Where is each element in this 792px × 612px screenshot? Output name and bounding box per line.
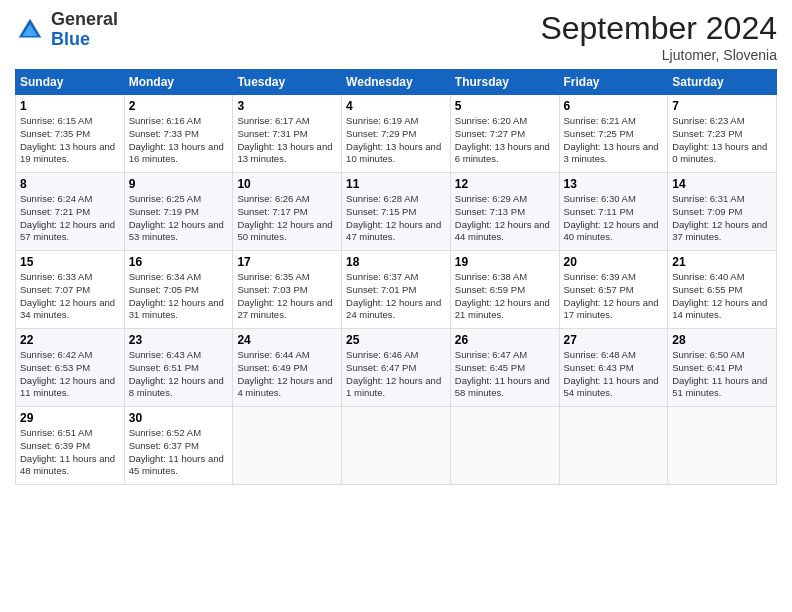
calendar-week-1: 1 Sunrise: 6:15 AM Sunset: 7:35 PM Dayli…: [16, 95, 777, 173]
header-friday: Friday: [559, 70, 668, 95]
day-number: 17: [237, 255, 337, 269]
table-row: 7 Sunrise: 6:23 AM Sunset: 7:23 PM Dayli…: [668, 95, 777, 173]
day-info: Sunrise: 6:17 AM Sunset: 7:31 PM Dayligh…: [237, 115, 337, 166]
header-tuesday: Tuesday: [233, 70, 342, 95]
day-number: 18: [346, 255, 446, 269]
day-info: Sunrise: 6:52 AM Sunset: 6:37 PM Dayligh…: [129, 427, 229, 478]
day-info: Sunrise: 6:24 AM Sunset: 7:21 PM Dayligh…: [20, 193, 120, 244]
table-row: 10 Sunrise: 6:26 AM Sunset: 7:17 PM Dayl…: [233, 173, 342, 251]
calendar-week-5: 29 Sunrise: 6:51 AM Sunset: 6:39 PM Dayl…: [16, 407, 777, 485]
day-info: Sunrise: 6:19 AM Sunset: 7:29 PM Dayligh…: [346, 115, 446, 166]
day-number: 21: [672, 255, 772, 269]
table-row: 29 Sunrise: 6:51 AM Sunset: 6:39 PM Dayl…: [16, 407, 125, 485]
day-info: Sunrise: 6:42 AM Sunset: 6:53 PM Dayligh…: [20, 349, 120, 400]
header-sunday: Sunday: [16, 70, 125, 95]
calendar-header-row: Sunday Monday Tuesday Wednesday Thursday…: [16, 70, 777, 95]
day-number: 26: [455, 333, 555, 347]
day-info: Sunrise: 6:47 AM Sunset: 6:45 PM Dayligh…: [455, 349, 555, 400]
header: General Blue September 2024 Ljutomer, Sl…: [15, 10, 777, 63]
day-number: 7: [672, 99, 772, 113]
table-row: 26 Sunrise: 6:47 AM Sunset: 6:45 PM Dayl…: [450, 329, 559, 407]
table-row: 6 Sunrise: 6:21 AM Sunset: 7:25 PM Dayli…: [559, 95, 668, 173]
day-number: 11: [346, 177, 446, 191]
table-row: 24 Sunrise: 6:44 AM Sunset: 6:49 PM Dayl…: [233, 329, 342, 407]
day-info: Sunrise: 6:31 AM Sunset: 7:09 PM Dayligh…: [672, 193, 772, 244]
logo: General Blue: [15, 10, 118, 50]
table-row: [559, 407, 668, 485]
day-number: 16: [129, 255, 229, 269]
day-number: 6: [564, 99, 664, 113]
day-info: Sunrise: 6:34 AM Sunset: 7:05 PM Dayligh…: [129, 271, 229, 322]
day-info: Sunrise: 6:46 AM Sunset: 6:47 PM Dayligh…: [346, 349, 446, 400]
table-row: 30 Sunrise: 6:52 AM Sunset: 6:37 PM Dayl…: [124, 407, 233, 485]
table-row: [668, 407, 777, 485]
day-info: Sunrise: 6:16 AM Sunset: 7:33 PM Dayligh…: [129, 115, 229, 166]
day-number: 19: [455, 255, 555, 269]
table-row: 4 Sunrise: 6:19 AM Sunset: 7:29 PM Dayli…: [342, 95, 451, 173]
table-row: 5 Sunrise: 6:20 AM Sunset: 7:27 PM Dayli…: [450, 95, 559, 173]
header-monday: Monday: [124, 70, 233, 95]
table-row: 19 Sunrise: 6:38 AM Sunset: 6:59 PM Dayl…: [450, 251, 559, 329]
day-number: 24: [237, 333, 337, 347]
header-saturday: Saturday: [668, 70, 777, 95]
logo-blue-text: Blue: [51, 29, 90, 49]
day-number: 30: [129, 411, 229, 425]
table-row: 1 Sunrise: 6:15 AM Sunset: 7:35 PM Dayli…: [16, 95, 125, 173]
logo-general-text: General: [51, 9, 118, 29]
day-info: Sunrise: 6:20 AM Sunset: 7:27 PM Dayligh…: [455, 115, 555, 166]
day-number: 15: [20, 255, 120, 269]
calendar-week-2: 8 Sunrise: 6:24 AM Sunset: 7:21 PM Dayli…: [16, 173, 777, 251]
day-number: 27: [564, 333, 664, 347]
calendar-week-3: 15 Sunrise: 6:33 AM Sunset: 7:07 PM Dayl…: [16, 251, 777, 329]
table-row: 25 Sunrise: 6:46 AM Sunset: 6:47 PM Dayl…: [342, 329, 451, 407]
table-row: 15 Sunrise: 6:33 AM Sunset: 7:07 PM Dayl…: [16, 251, 125, 329]
table-row: 20 Sunrise: 6:39 AM Sunset: 6:57 PM Dayl…: [559, 251, 668, 329]
table-row: 22 Sunrise: 6:42 AM Sunset: 6:53 PM Dayl…: [16, 329, 125, 407]
day-number: 25: [346, 333, 446, 347]
day-info: Sunrise: 6:35 AM Sunset: 7:03 PM Dayligh…: [237, 271, 337, 322]
day-number: 14: [672, 177, 772, 191]
day-number: 8: [20, 177, 120, 191]
day-info: Sunrise: 6:43 AM Sunset: 6:51 PM Dayligh…: [129, 349, 229, 400]
day-info: Sunrise: 6:23 AM Sunset: 7:23 PM Dayligh…: [672, 115, 772, 166]
day-number: 28: [672, 333, 772, 347]
table-row: 2 Sunrise: 6:16 AM Sunset: 7:33 PM Dayli…: [124, 95, 233, 173]
day-number: 22: [20, 333, 120, 347]
day-info: Sunrise: 6:25 AM Sunset: 7:19 PM Dayligh…: [129, 193, 229, 244]
table-row: 27 Sunrise: 6:48 AM Sunset: 6:43 PM Dayl…: [559, 329, 668, 407]
day-info: Sunrise: 6:33 AM Sunset: 7:07 PM Dayligh…: [20, 271, 120, 322]
day-number: 5: [455, 99, 555, 113]
day-info: Sunrise: 6:28 AM Sunset: 7:15 PM Dayligh…: [346, 193, 446, 244]
location: Ljutomer, Slovenia: [540, 47, 777, 63]
day-info: Sunrise: 6:50 AM Sunset: 6:41 PM Dayligh…: [672, 349, 772, 400]
day-info: Sunrise: 6:48 AM Sunset: 6:43 PM Dayligh…: [564, 349, 664, 400]
calendar-week-4: 22 Sunrise: 6:42 AM Sunset: 6:53 PM Dayl…: [16, 329, 777, 407]
day-info: Sunrise: 6:37 AM Sunset: 7:01 PM Dayligh…: [346, 271, 446, 322]
table-row: 17 Sunrise: 6:35 AM Sunset: 7:03 PM Dayl…: [233, 251, 342, 329]
page: General Blue September 2024 Ljutomer, Sl…: [0, 0, 792, 612]
day-number: 13: [564, 177, 664, 191]
day-info: Sunrise: 6:51 AM Sunset: 6:39 PM Dayligh…: [20, 427, 120, 478]
day-number: 23: [129, 333, 229, 347]
day-number: 4: [346, 99, 446, 113]
day-info: Sunrise: 6:39 AM Sunset: 6:57 PM Dayligh…: [564, 271, 664, 322]
day-number: 9: [129, 177, 229, 191]
table-row: 14 Sunrise: 6:31 AM Sunset: 7:09 PM Dayl…: [668, 173, 777, 251]
day-info: Sunrise: 6:29 AM Sunset: 7:13 PM Dayligh…: [455, 193, 555, 244]
day-info: Sunrise: 6:44 AM Sunset: 6:49 PM Dayligh…: [237, 349, 337, 400]
logo-icon: [15, 15, 45, 45]
title-area: September 2024 Ljutomer, Slovenia: [540, 10, 777, 63]
table-row: 12 Sunrise: 6:29 AM Sunset: 7:13 PM Dayl…: [450, 173, 559, 251]
table-row: 9 Sunrise: 6:25 AM Sunset: 7:19 PM Dayli…: [124, 173, 233, 251]
table-row: 21 Sunrise: 6:40 AM Sunset: 6:55 PM Dayl…: [668, 251, 777, 329]
table-row: [233, 407, 342, 485]
day-info: Sunrise: 6:38 AM Sunset: 6:59 PM Dayligh…: [455, 271, 555, 322]
table-row: 8 Sunrise: 6:24 AM Sunset: 7:21 PM Dayli…: [16, 173, 125, 251]
day-info: Sunrise: 6:15 AM Sunset: 7:35 PM Dayligh…: [20, 115, 120, 166]
table-row: 18 Sunrise: 6:37 AM Sunset: 7:01 PM Dayl…: [342, 251, 451, 329]
day-number: 2: [129, 99, 229, 113]
day-number: 10: [237, 177, 337, 191]
month-title: September 2024: [540, 10, 777, 47]
calendar-table: Sunday Monday Tuesday Wednesday Thursday…: [15, 69, 777, 485]
day-number: 3: [237, 99, 337, 113]
